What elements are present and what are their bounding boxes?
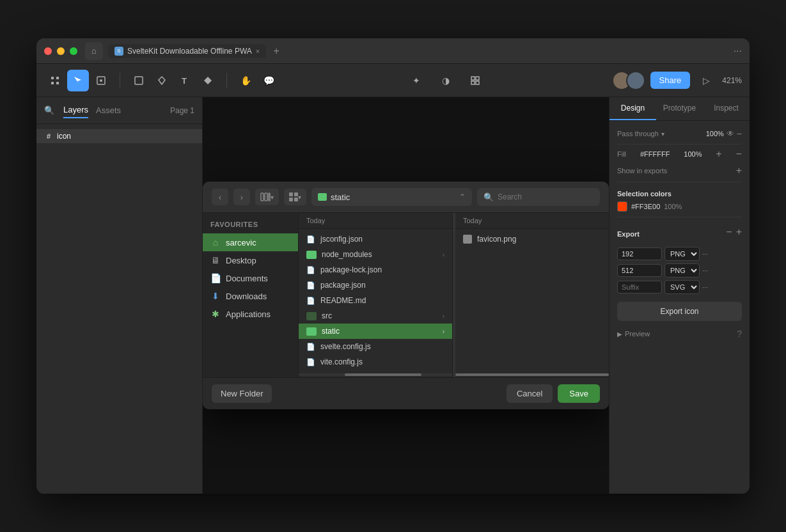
export-more-2[interactable]: ··· — [702, 267, 708, 274]
hand-tool-button[interactable]: ✋ — [235, 70, 256, 91]
contrast-icon[interactable]: ◑ — [435, 70, 457, 91]
opacity-row: 100% 👁 − — [706, 129, 742, 139]
export-format-2[interactable]: PNG — [664, 263, 700, 278]
active-tab[interactable]: S SvelteKit Downloadable Offline PWA × — [108, 44, 266, 58]
file-list-1: 📄 jsconfig.json node_modules › — [299, 229, 452, 372]
path-selector[interactable]: static ⌃ — [311, 188, 472, 206]
close-window-button[interactable] — [44, 47, 52, 55]
add-export-button[interactable]: + — [736, 226, 742, 238]
forward-button[interactable]: › — [233, 189, 250, 205]
tab-assets[interactable]: Assets — [96, 103, 121, 118]
home-button[interactable]: ⌂ — [85, 42, 103, 60]
fav-item-documents[interactable]: 📄 Documents — [203, 269, 298, 287]
remove-export-button[interactable]: − — [726, 226, 732, 238]
layer-item-icon[interactable]: # icon — [36, 129, 202, 143]
dialog-footer: New Folder Cancel Save — [203, 377, 609, 409]
more-options-icon[interactable]: ··· — [734, 45, 742, 57]
play-button[interactable]: ▷ — [695, 70, 717, 91]
fill-color-value: #FFFFFF — [640, 150, 670, 158]
export-size-2[interactable] — [617, 264, 662, 277]
file-item-package-json[interactable]: 📄 package.json — [299, 278, 452, 293]
layer-label: icon — [57, 132, 71, 141]
help-icon[interactable]: ? — [737, 329, 742, 339]
fav-label-documents: Documents — [226, 274, 268, 283]
file-save-dialog: ‹ › ▾ — [203, 182, 609, 409]
comment-tool-button[interactable]: 💬 — [258, 70, 279, 91]
figma-icon[interactable]: ✦ — [405, 70, 427, 91]
component-tool-button[interactable] — [197, 70, 219, 91]
file-item-vite-config[interactable]: 📄 vite.config.js — [299, 354, 452, 370]
export-more-1[interactable]: ··· — [702, 250, 708, 258]
eye-icon[interactable]: 👁 — [727, 129, 734, 138]
new-folder-button[interactable]: New Folder — [212, 384, 272, 403]
text-tool-button[interactable]: T — [174, 70, 196, 91]
file-panel-1: Today 📄 jsconfig.json node_modules — [299, 213, 453, 377]
tab-layers[interactable]: Layers — [63, 102, 88, 118]
file-item-svelte-config[interactable]: 📄 svelte.config.js — [299, 339, 452, 354]
select-tool-button[interactable] — [67, 70, 89, 91]
file-item-favicon[interactable]: favicon.png — [455, 231, 609, 247]
zoom-level[interactable]: 421% — [722, 76, 742, 85]
export-suffix[interactable] — [617, 281, 662, 293]
file-item-readme[interactable]: 📄 README.md — [299, 293, 452, 308]
export-size-1[interactable] — [617, 247, 662, 260]
panel-1-scrollbar[interactable] — [299, 373, 452, 376]
tab-inspect[interactable]: Inspect — [703, 97, 750, 120]
fav-item-desktop[interactable]: 🖥 Desktop — [203, 251, 298, 269]
static-chevron-icon: › — [443, 328, 444, 335]
export-row-2: PNG ··· — [617, 263, 742, 278]
page-indicator[interactable]: Page 1 — [170, 106, 194, 115]
preview-chevron[interactable]: ▶ — [617, 331, 622, 338]
add-fill-button[interactable]: + — [716, 148, 721, 160]
panel-2-header: Today — [455, 213, 609, 229]
canvas-area[interactable]: 84 × 84 ‹ › ▾ — [203, 97, 609, 494]
scrollbar-thumb-2 — [455, 373, 609, 376]
shape-tool-button[interactable] — [128, 70, 150, 91]
search-box[interactable]: 🔍 — [477, 188, 600, 206]
export-more-3[interactable]: ··· — [702, 283, 708, 291]
right-sidebar: Design Prototype Inspect Pass through ▾ … — [609, 97, 750, 494]
export-icon-button[interactable]: Export icon — [617, 302, 742, 321]
fav-item-sarcevic[interactable]: ⌂ sarcevic — [203, 233, 298, 251]
layers-search-icon[interactable]: 🔍 — [44, 106, 54, 115]
new-tab-button[interactable]: + — [269, 43, 284, 59]
file-item-src[interactable]: src › — [299, 308, 452, 324]
file-item-jsconfig[interactable]: 📄 jsconfig.json — [299, 231, 452, 247]
src-chevron-icon: › — [443, 313, 444, 320]
library-icon[interactable] — [464, 70, 486, 91]
column-view-button[interactable]: ▾ — [255, 189, 279, 205]
selection-color-swatch[interactable] — [617, 201, 627, 212]
tab-close-button[interactable]: × — [256, 47, 260, 55]
toolbar-right: Share ▷ 421% — [612, 70, 742, 91]
grid-view-button[interactable]: ▾ — [284, 189, 306, 205]
show-exports-add[interactable]: + — [736, 165, 742, 176]
minus-opacity-icon[interactable]: − — [737, 129, 742, 139]
maximize-window-button[interactable] — [70, 47, 77, 55]
minimize-window-button[interactable] — [57, 47, 65, 55]
svg-point-5 — [100, 79, 102, 82]
blend-chevron: ▾ — [661, 130, 664, 137]
export-format-3[interactable]: SVG — [664, 280, 700, 294]
pen-tool-button[interactable] — [151, 70, 173, 91]
tab-prototype[interactable]: Prototype — [656, 97, 703, 120]
svg-rect-3 — [56, 82, 59, 84]
file-name-src: src — [322, 311, 332, 320]
save-button[interactable]: Save — [558, 384, 600, 403]
tab-design[interactable]: Design — [609, 97, 656, 120]
cancel-button[interactable]: Cancel — [507, 384, 553, 403]
transform-tool-button[interactable] — [90, 70, 112, 91]
export-format-1[interactable]: PNG — [664, 247, 700, 261]
search-input[interactable] — [498, 192, 593, 201]
share-button[interactable]: Share — [650, 72, 691, 89]
back-button[interactable]: ‹ — [212, 189, 228, 205]
file-item-package-lock[interactable]: 📄 package-lock.json — [299, 262, 452, 278]
svg-text:T: T — [182, 76, 187, 86]
fav-item-applications[interactable]: ✱ Applications — [203, 305, 298, 323]
panel-2-scrollbar[interactable] — [455, 373, 609, 376]
file-name-static: static — [322, 327, 340, 336]
file-item-node-modules[interactable]: node_modules › — [299, 247, 452, 262]
fav-item-downloads[interactable]: ⬇ Downloads — [203, 287, 298, 305]
remove-fill-button[interactable]: − — [736, 148, 742, 160]
file-item-static[interactable]: static › — [299, 324, 452, 339]
frame-tool-button[interactable] — [44, 70, 66, 91]
